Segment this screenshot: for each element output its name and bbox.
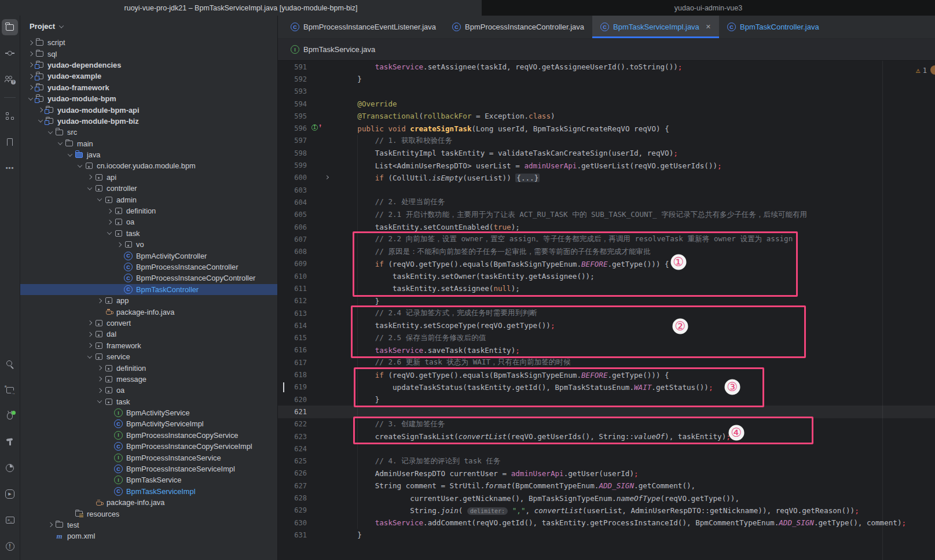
tree-item-java[interactable]: java (20, 149, 277, 160)
chevron-right-icon[interactable] (115, 243, 123, 246)
chevron-right-icon[interactable] (95, 366, 104, 370)
find-icon[interactable] (2, 382, 18, 398)
code-line-610[interactable]: 610 taskEntity.setOwner(taskEntity.getAs… (278, 270, 935, 282)
structure-icon[interactable] (2, 108, 18, 124)
tree-item-bpmprocessinstancecontroller[interactable]: CBpmProcessInstanceController (20, 261, 277, 272)
pull-requests-icon[interactable]: ? (2, 71, 18, 87)
problems-icon[interactable]: ! (2, 538, 18, 554)
code-line-614[interactable]: 614 taskEntity.setScopeType(reqVO.getTyp… (278, 319, 935, 331)
search-icon[interactable] (2, 356, 18, 372)
chevron-down-icon[interactable] (85, 355, 94, 359)
chevron-right-icon[interactable] (26, 41, 35, 45)
tree-item-yudao-module-bpm[interactable]: yudao-module-bpm (20, 93, 277, 104)
tree-item-bpmactivityserviceimpl[interactable]: CBpmActivityServiceImpl (20, 418, 277, 429)
terminal-icon[interactable]: >_ (2, 512, 18, 528)
chevron-right-icon[interactable] (95, 389, 104, 392)
tree-item-bpmprocessinstanceservice[interactable]: IBpmProcessInstanceService (20, 452, 277, 463)
code-line-612[interactable]: 612 } (278, 295, 935, 307)
tree-item-test[interactable]: test (20, 520, 277, 530)
code-line-630[interactable]: 630 taskService.addComment(reqVO.getId()… (278, 517, 935, 529)
tree-item-api[interactable]: api (20, 172, 277, 183)
tree-item-bpmprocessinstancecopyserviceimpl[interactable]: CBpmProcessInstanceCopyServiceImpl (20, 441, 277, 452)
code-line-623[interactable]: 623 createSignTaskList(convertList(reqVO… (278, 430, 935, 443)
code-line-615[interactable]: 615 // 2.5 保存当前任务修改后的值 (278, 332, 935, 344)
tree-item-service[interactable]: service (20, 351, 277, 362)
code-line-606[interactable]: 606 taskEntity.setCountEnabled(true); (278, 221, 935, 233)
code-line-597[interactable]: 597 // 1. 获取和校验任务 (278, 135, 935, 147)
chevron-down-icon[interactable] (65, 153, 74, 157)
code-line-626[interactable]: 626 AdminUserRespDTO currentUser = admin… (278, 467, 935, 480)
tree-item-yudao-dependencies[interactable]: yudao-dependencies (20, 60, 277, 71)
editor-tab-bpmprocessinstanceeventlistener-java[interactable]: CBpmProcessInstanceEventListener.java (283, 16, 444, 38)
code-line-629[interactable]: 629 String.join( delimiter: ",", convert… (278, 504, 935, 517)
chevron-down-icon[interactable] (95, 198, 104, 201)
code-line-616[interactable]: 616 taskService.saveTask(taskEntity); (278, 344, 935, 356)
tree-item-bpmprocessinstancecopycontroller[interactable]: CBpmProcessInstanceCopyController (20, 272, 277, 283)
tree-item-controller[interactable]: controller (20, 183, 277, 194)
code-line-596[interactable]: 596 public void createSignTask(Long user… (278, 122, 935, 134)
tree-item-yudao-module-bpm-biz[interactable]: yudao-module-bpm-biz (20, 116, 277, 127)
code-line-622[interactable]: 622 // 3. 创建加签任务 (278, 418, 935, 430)
code-line-624[interactable]: 624 (278, 443, 935, 455)
commit-icon[interactable] (2, 45, 18, 61)
code-line-607[interactable]: 607 // 2.2 向前加签，设置 owner，置空 assign。等子任务都… (278, 233, 935, 245)
code-line-619[interactable]: 619 updateTaskStatus(taskEntity.getId(),… (278, 381, 935, 393)
chevron-right-icon[interactable] (36, 108, 45, 112)
tree-item-resources[interactable]: resources (20, 508, 277, 519)
tree-item-bpmactivitycontroller[interactable]: CBpmActivityController (20, 250, 277, 261)
chevron-down-icon[interactable] (95, 400, 104, 403)
code-line-591[interactable]: 591 taskService.setAssignee(taskId, reqV… (278, 61, 935, 73)
code-line-631[interactable]: 631 } (278, 529, 935, 541)
code-line-608[interactable]: 608 // 原因是：不能和向前加签的子任务一起审批，需要等前面的子任务都完成才… (278, 245, 935, 257)
code-line-611[interactable]: 611 taskEntity.setAssignee(null); (278, 282, 935, 294)
tree-item-convert[interactable]: convert (20, 318, 277, 329)
code-line-620[interactable]: 620 } (278, 393, 935, 406)
code-line-613[interactable]: 613 // 2.4 记录加签方式，完成任务时需要用到判断 (278, 307, 935, 319)
chevron-right-icon[interactable] (85, 333, 94, 336)
bookmarks-icon[interactable] (2, 134, 18, 150)
editor-tab-bpmprocessinstancecontroller-java[interactable]: CBpmProcessInstanceController.java (444, 16, 592, 38)
chevron-right-icon[interactable] (105, 220, 113, 224)
build-icon[interactable] (2, 434, 18, 450)
editor-tab-bpmtaskcontroller-java[interactable]: CBpmTaskController.java (719, 16, 827, 38)
tree-item-yudao-module-bpm-api[interactable]: yudao-module-bpm-api (20, 104, 277, 115)
more-icon[interactable]: ••• (2, 160, 18, 176)
debug-icon[interactable] (2, 408, 18, 424)
profiler-icon[interactable] (2, 460, 18, 476)
code-line-628[interactable]: 628 currentUser.getNickname(), BpmTaskSi… (278, 492, 935, 504)
code-line-598[interactable]: 598 TaskEntityImpl taskEntity = validate… (278, 147, 935, 159)
tree-item-pom-xml[interactable]: mpom.xml (20, 530, 277, 541)
code-line-600[interactable]: 600 if (CollUtil.isEmpty(userList)) {...… (278, 172, 935, 184)
chevron-right-icon[interactable] (26, 86, 35, 89)
code-line-603[interactable]: 603 (278, 184, 935, 196)
tree-item-message[interactable]: message (20, 374, 277, 385)
tree-item-vo[interactable]: vo (20, 239, 277, 250)
tree-item-dal[interactable]: dal (20, 329, 277, 340)
tree-item-package-info-java[interactable]: package-info.java (20, 497, 277, 508)
chevron-down-icon[interactable] (75, 164, 84, 168)
editor-tab-bpmtaskservice-java[interactable]: IBpmTaskService.java (283, 39, 383, 60)
tree-item-script[interactable]: script (20, 37, 277, 48)
chevron-right-icon[interactable] (85, 344, 94, 347)
tree-item-bpmtaskcontroller[interactable]: CBpmTaskController (20, 284, 277, 295)
inspections-widget[interactable]: ⚠ 1 (916, 66, 927, 75)
code-line-618[interactable]: 618 if (reqVO.getType().equals(BpmTaskSi… (278, 369, 935, 381)
chevron-down-icon[interactable] (26, 97, 35, 101)
chevron-right-icon[interactable] (85, 175, 94, 179)
fold-chevron-icon[interactable] (325, 175, 329, 179)
tree-item-sql[interactable]: sql (20, 48, 277, 59)
tree-item-cn-iocoder-yudao-module-bpm[interactable]: cn.iocoder.yudao.module.bpm (20, 160, 277, 171)
code-line-604[interactable]: 604 // 2. 处理当前任务 (278, 196, 935, 208)
chevron-down-icon[interactable] (56, 142, 64, 145)
tree-item-oa[interactable]: oa (20, 216, 277, 227)
chevron-right-icon[interactable] (26, 52, 35, 56)
code-line-592[interactable]: 592 } (278, 73, 935, 85)
code-line-621[interactable]: 621 (278, 406, 935, 418)
code-line-599[interactable]: 599 List<AdminUserRespDTO> userList = ad… (278, 159, 935, 171)
chevron-right-icon[interactable] (105, 209, 113, 213)
code-line-605[interactable]: 605 // 2.1 开启计数功能，主要用于为了让表 ACT_RU_TASK 中… (278, 209, 935, 221)
tree-item-bpmactivityservice[interactable]: IBpmActivityService (20, 407, 277, 418)
tree-item-bpmtaskservice[interactable]: IBpmTaskService (20, 474, 277, 485)
code-editor[interactable]: 591 taskService.setAssignee(taskId, reqV… (278, 61, 935, 560)
chevron-down-icon[interactable] (85, 187, 94, 190)
